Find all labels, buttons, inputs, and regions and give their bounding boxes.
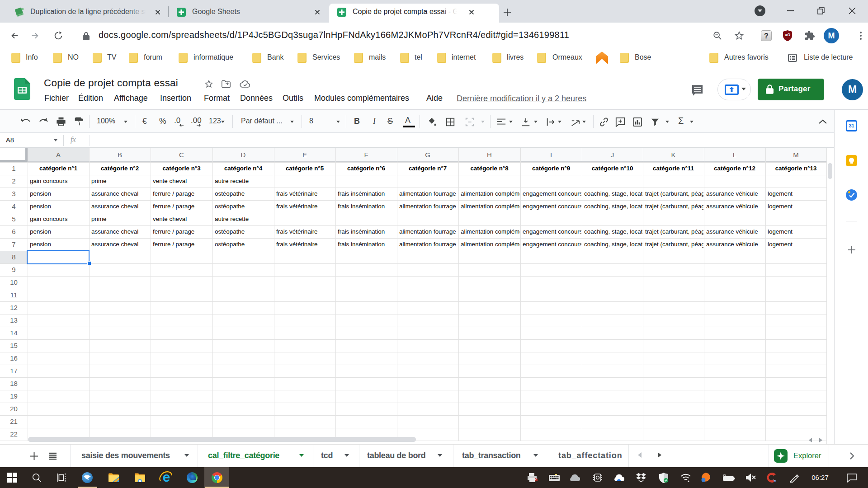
svg-text:✕: ✕ <box>534 477 538 482</box>
svg-text:uO: uO <box>785 33 791 37</box>
